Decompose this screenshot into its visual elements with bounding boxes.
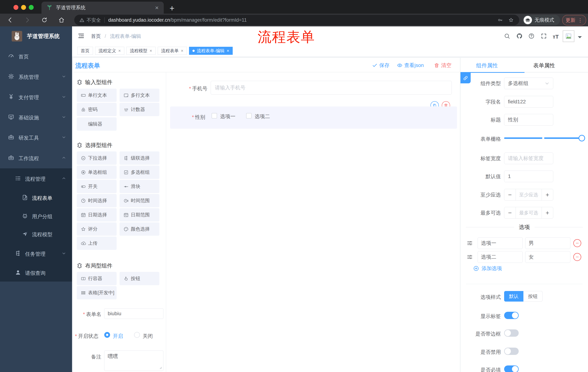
close-icon[interactable]: ×: [181, 48, 183, 53]
browser-menu-icon[interactable]: ⋮: [578, 17, 583, 23]
component-chip-button[interactable]: 按钮: [119, 272, 159, 285]
remove-option-button[interactable]: −: [573, 253, 581, 261]
default-value-input[interactable]: [504, 170, 553, 182]
component-chip-checkbox-group[interactable]: 多选框组: [119, 166, 159, 179]
close-icon[interactable]: ×: [118, 48, 121, 53]
remove-option-button[interactable]: −: [573, 239, 581, 247]
sidebar-item-payment[interactable]: 支付管理: [0, 87, 72, 107]
component-type-select[interactable]: 多选框组: [504, 77, 553, 89]
tab-component-props[interactable]: 组件属性: [476, 62, 498, 69]
drag-handle-icon[interactable]: [466, 254, 473, 260]
component-chip-color-picker[interactable]: 颜色选择: [119, 223, 159, 236]
status-on-label[interactable]: 开启: [113, 333, 123, 340]
sidebar-item-system[interactable]: 系统管理: [0, 66, 72, 87]
clear-button[interactable]: 清空: [434, 62, 451, 69]
sidebar-item-user-group[interactable]: 用户分组: [0, 207, 72, 225]
traffic-light-minimize[interactable]: [21, 5, 26, 10]
status-off-radio[interactable]: [134, 332, 140, 338]
component-chip-text[interactable]: 单行文本: [77, 89, 117, 102]
component-chip-slider[interactable]: 滑块: [119, 180, 159, 193]
show-label-toggle[interactable]: [504, 312, 519, 319]
stepper-plus-button[interactable]: +: [542, 207, 553, 218]
gender-option1-checkbox[interactable]: [211, 113, 217, 118]
sidebar-item-infra[interactable]: 基础设施: [0, 107, 72, 128]
style-button-button[interactable]: 按钮: [524, 291, 543, 302]
component-chip-date-picker[interactable]: 日期选择: [77, 208, 117, 222]
status-on-radio[interactable]: [104, 332, 110, 338]
style-default-button[interactable]: 默认: [504, 291, 524, 302]
component-chip-radio-group[interactable]: 单选框组: [77, 166, 117, 179]
sidebar-item-process-form[interactable]: 流程表单: [0, 188, 72, 207]
component-chip-switch[interactable]: 开关: [77, 180, 117, 193]
save-button[interactable]: 保存: [372, 62, 389, 69]
back-icon[interactable]: [7, 17, 13, 23]
option2-label-input[interactable]: [478, 251, 523, 263]
reload-icon[interactable]: [41, 17, 48, 23]
tag-process-model[interactable]: 流程模型 ×: [126, 47, 156, 55]
sidebar-item-leave-query[interactable]: 请假查询: [0, 263, 72, 282]
component-chip-time-range[interactable]: 时间范围: [119, 194, 159, 207]
link-tab[interactable]: [461, 73, 471, 83]
component-chip-time-picker[interactable]: 时间选择: [77, 194, 117, 207]
drag-handle-icon[interactable]: [466, 240, 473, 246]
stepper-minus-button[interactable]: −: [504, 189, 516, 200]
remark-textarea[interactable]: 嘿嘿: [104, 351, 163, 371]
traffic-light-zoom[interactable]: [29, 5, 34, 10]
component-chip-counter[interactable]: 123 计数器: [119, 103, 159, 116]
help-icon[interactable]: [528, 33, 535, 39]
component-chip-row-container[interactable]: 行容器: [77, 272, 117, 285]
add-option-button[interactable]: 添加选项: [473, 265, 502, 272]
title-input[interactable]: [504, 114, 553, 126]
component-chip-cascader[interactable]: 级联选择: [119, 151, 159, 165]
resize-handle-icon[interactable]: [158, 365, 162, 370]
gender-option1-label[interactable]: 选项一: [220, 113, 235, 120]
stepper-plus-button[interactable]: +: [542, 189, 553, 200]
browser-tab[interactable]: 芋道管理系统 ×: [42, 2, 164, 14]
slider-handle[interactable]: [578, 135, 585, 141]
phone-field-input[interactable]: [211, 81, 452, 95]
forward-icon[interactable]: [24, 17, 31, 23]
github-icon[interactable]: [516, 33, 523, 39]
sidebar-item-workflow[interactable]: 工作流程: [0, 148, 72, 168]
sidebar-item-task-mgmt[interactable]: 任务管理: [0, 244, 72, 263]
tag-process-definition[interactable]: 流程定义 ×: [95, 47, 124, 55]
required-toggle[interactable]: [504, 365, 519, 372]
option1-label-input[interactable]: [478, 237, 523, 249]
fullscreen-icon[interactable]: [541, 33, 547, 39]
slider-track[interactable]: [504, 138, 585, 139]
disabled-toggle[interactable]: [504, 348, 519, 355]
stepper-minus-button[interactable]: −: [504, 207, 516, 218]
component-chip-table[interactable]: 表格[开发中]: [77, 286, 117, 299]
close-icon[interactable]: ×: [149, 48, 152, 53]
avatar-caret-down-icon[interactable]: [578, 36, 582, 40]
search-icon[interactable]: [504, 33, 510, 39]
component-chip-rate[interactable]: 评分: [77, 223, 117, 236]
component-chip-textarea[interactable]: 多行文本: [119, 89, 159, 102]
sidebar-item-process-model[interactable]: 流程模型: [0, 224, 72, 244]
border-toggle[interactable]: [504, 329, 519, 337]
form-grid-slider[interactable]: [504, 137, 585, 139]
gender-option2-checkbox[interactable]: [246, 113, 252, 118]
sidebar-fold-icon[interactable]: [77, 32, 85, 40]
bookmark-star-icon[interactable]: [508, 17, 514, 23]
breadcrumb-home[interactable]: 首页: [91, 33, 101, 39]
tab-close-icon[interactable]: ×: [155, 5, 159, 11]
password-key-icon[interactable]: [497, 17, 503, 23]
component-chip-password[interactable]: 密码: [77, 103, 117, 116]
address-bar[interactable]: 不安全 dashboard.yudao.iocoder.cn /bpm/mana…: [74, 15, 519, 25]
form-name-input[interactable]: [104, 308, 163, 319]
font-size-icon[interactable]: ᴛT: [553, 34, 559, 40]
close-icon[interactable]: ×: [227, 48, 229, 53]
tag-process-form-edit-active[interactable]: 流程表单-编辑 ×: [189, 47, 233, 55]
security-label[interactable]: 不安全: [87, 17, 101, 23]
component-chip-select[interactable]: 下拉选择: [77, 151, 117, 165]
home-icon[interactable]: [58, 17, 65, 23]
traffic-light-close[interactable]: [13, 5, 18, 10]
field-name-input[interactable]: [504, 96, 553, 107]
sidebar-item-devtools[interactable]: 研发工具: [0, 127, 72, 148]
label-width-input[interactable]: [504, 152, 553, 164]
selected-component-gender[interactable]: *性别 选项一 选项二: [170, 106, 457, 129]
gender-option2-label[interactable]: 选项二: [255, 113, 270, 120]
new-tab-button[interactable]: +: [169, 3, 175, 13]
sidebar-item-home[interactable]: 首页: [0, 46, 72, 66]
